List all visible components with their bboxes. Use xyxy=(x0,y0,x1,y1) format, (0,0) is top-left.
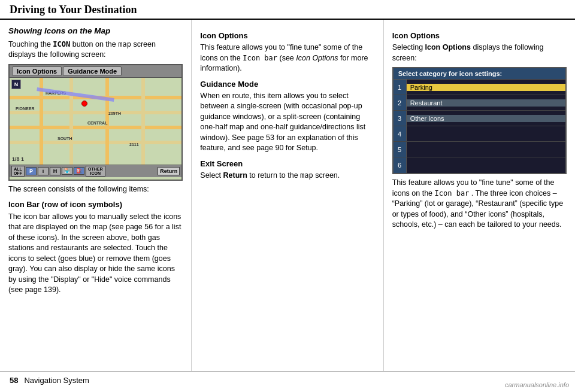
map-road-v2 xyxy=(69,78,73,165)
icon-row-1[interactable]: 1 Parking xyxy=(394,80,565,95)
icon-row-5[interactable]: 5 xyxy=(394,142,565,157)
col1-below-map: The screen consists of the following ite… xyxy=(8,184,183,195)
col2-return-word: Return xyxy=(223,171,247,180)
page-title-bar: Driving to Your Destination xyxy=(0,0,575,20)
map-label-209th: 209TH xyxy=(108,111,121,116)
icon-row-4-num: 4 xyxy=(394,126,407,141)
map-icon-gas[interactable]: ⛽ xyxy=(74,167,84,175)
col3: Icon Options Selecting Icon Options disp… xyxy=(384,20,575,371)
col1-sub1-heading: Icon Bar (row of icon symbols) xyxy=(8,199,183,210)
icon-row-1-num: 1 xyxy=(394,80,407,95)
map-label-pioneer: PIONEER xyxy=(16,107,35,111)
col1-intro: Touching the ICON button on the map scre… xyxy=(8,39,183,60)
icon-row-6-num: 6 xyxy=(394,157,407,173)
col2-sub2-text2: to return to the xyxy=(249,171,300,180)
col2-para1b: (see xyxy=(280,54,296,62)
map-icon-hospital[interactable]: H xyxy=(50,167,60,175)
icon-row-2-num: 2 xyxy=(394,95,407,110)
map-label-2111: 2111 xyxy=(129,142,139,147)
map-road-h3 xyxy=(10,126,181,129)
col1: Showing Icons on the Map Touching the IC… xyxy=(0,20,192,371)
col1-map-word: map xyxy=(118,40,131,48)
col2-sub2-heading: Exit Screen xyxy=(200,159,374,169)
col1-intro2: button on the xyxy=(72,40,118,48)
col2-sub2: Select Return to return to the map scree… xyxy=(200,171,374,181)
icon-row-1-label: Parking xyxy=(407,84,565,91)
icon-row-2[interactable]: 2 Restaurant xyxy=(394,95,565,111)
col3-icon-bar-word: Icon bar xyxy=(435,189,470,197)
icon-row-3[interactable]: 3 Other Icons xyxy=(394,111,565,126)
content-area: Showing Icons on the Map Touching the IC… xyxy=(0,20,575,371)
map-label-south: SOUTH xyxy=(58,136,72,141)
map-label-central: CENTRAL xyxy=(87,121,107,125)
icon-options-button[interactable]: Icon Options xyxy=(12,66,62,76)
icon-options-screen-header: Select category for icon settings: xyxy=(394,68,565,80)
watermark: carmanualsonline.info xyxy=(505,381,569,388)
guidance-mode-button[interactable]: Guidance Mode xyxy=(63,66,122,76)
map-road-h4 xyxy=(10,141,181,144)
icon-row-3-num: 3 xyxy=(394,111,407,126)
map-toolbar: Icon Options Guidance Mode xyxy=(10,65,181,78)
map-road-v4 xyxy=(141,78,145,165)
col3-icon-options-bold: Icon Options xyxy=(425,43,471,51)
col2-icon-bar-word: Icon bar xyxy=(243,54,277,62)
map-bottom-bar: ALLOFF P i H 🏪 ⛽ OTHERICON Return xyxy=(10,165,181,177)
col1-intro-text: Touching the xyxy=(8,40,53,48)
icon-row-4[interactable]: 4 xyxy=(394,126,565,142)
map-scale: 1/8 1 xyxy=(12,156,24,162)
icon-row-2-label: Restaurant xyxy=(407,99,565,107)
col2-sub2-text: Select xyxy=(200,171,223,180)
footer-page-number: 58 xyxy=(10,376,18,385)
col2-map-word2: map xyxy=(300,171,313,180)
col3-intro: Selecting Icon Options displays the foll… xyxy=(392,42,567,63)
map-screen: Icon Options Guidance Mode N HARPERS CEN… xyxy=(8,64,183,181)
col2-section-heading: Icon Options xyxy=(200,31,374,41)
map-icon-store[interactable]: 🏪 xyxy=(62,167,72,175)
footer: 58 Navigation System carmanualsonline.in… xyxy=(0,371,575,389)
north-indicator: N xyxy=(11,80,21,89)
col3-para1: This feature allows you to "fine tune" s… xyxy=(392,178,567,230)
map-icon-alloff[interactable]: ALLOFF xyxy=(11,166,25,177)
col1-icon-word: ICON xyxy=(53,40,70,48)
map-body: N HARPERS CENTRAL PIONEER SOUTH 209TH 21… xyxy=(10,78,181,165)
col2: Icon Options This feature allows you to … xyxy=(192,20,383,371)
map-icon-info[interactable]: i xyxy=(38,167,49,175)
col2-sub2-text3: screen. xyxy=(315,171,340,180)
icon-options-screen: Select category for icon settings: 1 Par… xyxy=(392,67,567,174)
map-road-h2 xyxy=(10,111,181,114)
footer-nav-text: Navigation System xyxy=(24,376,89,385)
icon-row-3-label: Other Icons xyxy=(407,115,565,122)
map-icon-other[interactable]: OTHERICON xyxy=(86,166,105,177)
map-destination-marker xyxy=(81,101,87,107)
icon-row-5-num: 5 xyxy=(394,142,407,157)
map-return-button[interactable]: Return xyxy=(158,167,180,175)
col2-sub1-text: When en route, this item allows you to s… xyxy=(200,91,374,154)
col1-section-heading: Showing Icons on the Map xyxy=(8,26,183,37)
page-title: Driving to Your Destination xyxy=(10,4,565,16)
icon-row-6[interactable]: 6 xyxy=(394,157,565,173)
col3-section-heading: Icon Options xyxy=(392,31,567,41)
col2-para1: This feature allows you to "fine tune" s… xyxy=(200,42,374,74)
map-icon-parking[interactable]: P xyxy=(26,167,37,175)
col1-sub1-text: The icon bar allows you to manually sele… xyxy=(8,212,183,296)
col2-para1-italic: Icon Options xyxy=(296,54,338,62)
col3-intro1: Selecting xyxy=(392,43,425,51)
col2-sub1-heading: Guidance Mode xyxy=(200,79,374,90)
icon-options-list: 1 Parking 2 Restaurant 3 Other Icons 4 5 xyxy=(394,80,565,173)
